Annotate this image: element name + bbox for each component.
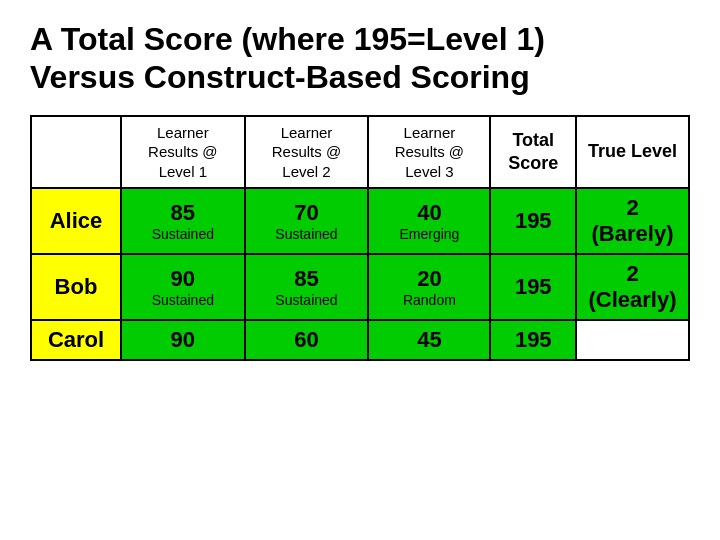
alice-level2: 70 Sustained [245, 188, 369, 254]
table-row: Alice 85 Sustained 70 Sustained 40 Emerg… [31, 188, 689, 254]
alice-level1: 85 Sustained [121, 188, 245, 254]
alice-true-level: 2 (Barely) [576, 188, 689, 254]
alice-name: Alice [31, 188, 121, 254]
results-table: Learner Results @ Level 1 Learner Result… [30, 115, 690, 362]
alice-total: 195 [490, 188, 576, 254]
col-header-true-level: True Level [576, 116, 689, 189]
carol-true-level [576, 320, 689, 360]
carol-level1: 90 [121, 320, 245, 360]
bob-name: Bob [31, 254, 121, 320]
bob-level2: 85 Sustained [245, 254, 369, 320]
bob-level3: 20 Random [368, 254, 490, 320]
carol-total: 195 [490, 320, 576, 360]
bob-total: 195 [490, 254, 576, 320]
bob-level1: 90 Sustained [121, 254, 245, 320]
carol-level3: 45 [368, 320, 490, 360]
table-row: Bob 90 Sustained 85 Sustained 20 Random … [31, 254, 689, 320]
col-header-total: Total Score [490, 116, 576, 189]
table-row: Carol 90 60 45 195 [31, 320, 689, 360]
col-header-name [31, 116, 121, 189]
carol-name: Carol [31, 320, 121, 360]
page-title: A Total Score (where 195=Level 1) Versus… [30, 20, 545, 97]
bob-true-level: 2 (Clearly) [576, 254, 689, 320]
alice-level3: 40 Emerging [368, 188, 490, 254]
col-header-level2: Learner Results @ Level 2 [245, 116, 369, 189]
col-header-level1: Learner Results @ Level 1 [121, 116, 245, 189]
carol-level2: 60 [245, 320, 369, 360]
col-header-level3: Learner Results @ Level 3 [368, 116, 490, 189]
